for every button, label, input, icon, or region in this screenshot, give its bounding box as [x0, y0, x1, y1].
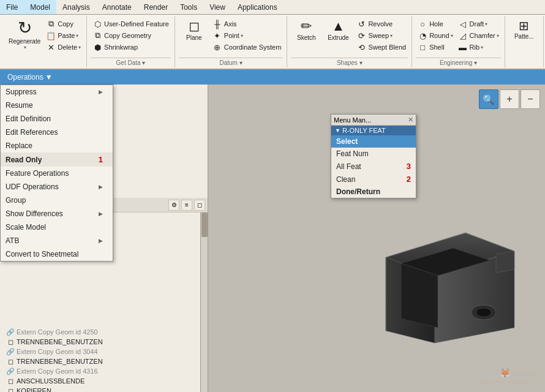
point-button[interactable]: ✦ Point ▾: [211, 30, 284, 41]
paste-button[interactable]: 📋 Paste ▾: [44, 30, 83, 41]
get-data-col: ⬡ User-Defined Feature ⧉ Copy Geometry ⬢…: [91, 18, 171, 53]
dropdown-item-suppress[interactable]: Suppress: [1, 85, 113, 99]
menu-mgr-item-all-feat[interactable]: All Feat3: [331, 160, 416, 173]
tree-item-icon: ◻: [6, 357, 15, 366]
tree-item-f4[interactable]: ◻TRENNEBENE_BENUTZEN: [1, 356, 206, 366]
left-panel: SuppressResumeEdit DefinitionEdit Refere…: [0, 85, 208, 392]
scrollbar-vertical[interactable]: [200, 213, 208, 392]
menu-mgr-item-select[interactable]: Select: [331, 135, 416, 148]
draft-button[interactable]: ◁ Draft ▾: [456, 18, 501, 29]
viewport-toolbar: 🔍 + −: [479, 89, 540, 109]
dropdown-item-edit-definition[interactable]: Edit Definition: [1, 112, 113, 126]
tree-item-f3[interactable]: 🔗Extern Copy Geom id 3044: [1, 347, 206, 356]
feature-tree[interactable]: 🔗Extern Copy Geom id 4250◻TRENNEBENE_BEN…: [0, 326, 208, 392]
point-icon: ✦: [212, 31, 222, 40]
ribbon: ↻ Regenerate ▾ ⧉ Copy 📋 Paste ▾ ✕: [0, 15, 545, 70]
dropdown-item-resume[interactable]: Resume: [1, 99, 113, 112]
dropdown-item-feature-operations[interactable]: Feature Operations: [1, 167, 113, 180]
pattern-inner: ⊞ Patte...: [509, 18, 539, 66]
delete-button[interactable]: ✕ Delete ▾: [44, 42, 83, 53]
dropdown-item-convert-to-sheetmetal[interactable]: Convert to Sheetmetal: [1, 247, 113, 261]
dropdown-item-replace[interactable]: Replace: [1, 139, 113, 153]
swept-blend-button[interactable]: ⟲ Swept Blend: [355, 42, 408, 53]
shrinkwrap-icon: ⬢: [92, 42, 102, 52]
tree-layout-icon[interactable]: ◻: [194, 200, 205, 211]
tree-item-f7[interactable]: ◻KOPIEREN: [1, 386, 206, 392]
dropdown-item-udf-operations[interactable]: UDF Operations: [1, 180, 113, 194]
axis-button[interactable]: ╫ Axis: [211, 18, 284, 29]
tree-menu-icon[interactable]: ≡: [181, 200, 192, 211]
menu-model[interactable]: Model: [24, 0, 56, 14]
hole-button[interactable]: ○ Hole: [416, 18, 454, 29]
eng-col1: ○ Hole ◔ Round ▾ □ Shell: [416, 18, 454, 53]
sweep-button[interactable]: ⟳ Sweep ▾: [355, 30, 408, 41]
tree-settings-icon[interactable]: ⚙: [168, 200, 179, 211]
operations-dropdown: SuppressResumeEdit DefinitionEdit Refere…: [0, 85, 113, 262]
menu-mgr-item-done-return[interactable]: Done/Return: [331, 186, 416, 198]
dropdown-item-read-only[interactable]: Read Only1: [1, 153, 113, 167]
menu-mgr-item-feat-num[interactable]: Feat Num: [331, 148, 416, 160]
dropdown-item-scale-model[interactable]: Scale Model: [1, 221, 113, 234]
menu-manager-submenu[interactable]: ▼ R-ONLY FEAT: [331, 126, 416, 135]
menu-mgr-item-clean[interactable]: Clean2: [331, 173, 416, 186]
tree-item-f6[interactable]: ◻ANSCHLUSSBLENDE: [1, 376, 206, 386]
sketch-button[interactable]: ✏ Sketch: [291, 18, 321, 55]
dropdown-item-edit-references[interactable]: Edit References: [1, 126, 113, 139]
copy-geom-icon: ⧉: [92, 31, 102, 40]
dropdown-item-atb[interactable]: ATB: [1, 234, 113, 247]
shell-button[interactable]: □ Shell: [416, 42, 454, 53]
menu-applications[interactable]: Applications: [231, 0, 284, 14]
shapes-col: ↺ Revolve ⟳ Sweep ▾ ⟲ Swept Blend: [355, 18, 408, 53]
ribbon-content: ↻ Regenerate ▾ ⧉ Copy 📋 Paste ▾ ✕: [0, 15, 545, 69]
shapes-label: Shapes ▾: [291, 58, 408, 66]
tree-item-f1[interactable]: 🔗Extern Copy Geom id 4250: [1, 327, 206, 337]
shell-icon: □: [418, 42, 427, 52]
copy-geometry-button[interactable]: ⧉ Copy Geometry: [91, 30, 171, 41]
coord-sys-label: Coordinate System: [224, 43, 282, 51]
coord-sys-icon: ⊕: [212, 42, 222, 52]
menu-manager-close[interactable]: ✕: [408, 116, 413, 124]
watermark: 🦊 野火论坛 www.proewildfire.cn: [479, 368, 539, 386]
pattern-label: Patte...: [514, 33, 534, 40]
chamfer-button[interactable]: ◿ Chamfer ▾: [456, 30, 501, 41]
pattern-icon: ⊞: [519, 20, 529, 32]
copy-icon: ⧉: [46, 19, 56, 29]
zoom-out-button[interactable]: −: [521, 89, 540, 109]
pattern-button[interactable]: ⊞ Patte...: [509, 18, 539, 55]
dropdown-item-group[interactable]: Group: [1, 194, 113, 207]
swept-blend-icon: ⟲: [356, 42, 366, 52]
user-defined-feature-button[interactable]: ⬡ User-Defined Feature: [91, 18, 171, 29]
copy-geom-label: Copy Geometry: [104, 32, 151, 39]
top-menu-bar: File Model Analysis Annotate Render Tool…: [0, 0, 545, 15]
tree-item-f5[interactable]: 🔗Extern Copy Geom id 4316: [1, 366, 206, 376]
rib-button[interactable]: ▬ Rib ▾: [456, 42, 501, 53]
plane-button[interactable]: ◻ Plane: [179, 18, 209, 55]
shrinkwrap-button[interactable]: ⬢ Shrinkwrap: [91, 42, 171, 53]
tree-item-icon: ◻: [6, 337, 15, 346]
menu-view[interactable]: View: [203, 0, 231, 14]
submenu-label: R-ONLY FEAT: [342, 127, 386, 134]
menu-annotate[interactable]: Annotate: [96, 0, 138, 14]
menu-render[interactable]: Render: [138, 0, 174, 14]
menu-analysis[interactable]: Analysis: [56, 0, 96, 14]
zoom-fit-button[interactable]: 🔍: [479, 89, 498, 109]
zoom-in-button[interactable]: +: [500, 89, 519, 109]
sketch-label: Sketch: [297, 34, 316, 41]
round-button[interactable]: ◔ Round ▾: [416, 30, 454, 41]
draft-icon: ◁: [458, 19, 468, 29]
revolve-button[interactable]: ↺ Revolve: [355, 18, 408, 29]
operations-button[interactable]: Operations ▼: [2, 72, 58, 83]
copy-button[interactable]: ⧉ Copy: [44, 18, 83, 29]
chamfer-icon: ◿: [458, 31, 468, 40]
menu-tools[interactable]: Tools: [174, 0, 203, 14]
plane-label: Plane: [186, 34, 202, 41]
udf-label: User-Defined Feature: [104, 20, 169, 28]
dropdown-item-show-differences[interactable]: Show Differences: [1, 207, 113, 221]
revolve-label: Revolve: [368, 20, 393, 28]
extrude-button[interactable]: ▲ Extrude: [323, 18, 353, 55]
coord-sys-button[interactable]: ⊕ Coordinate System: [211, 42, 284, 53]
regenerate-button[interactable]: ↻ Regenerate ▾: [6, 18, 43, 55]
menu-file[interactable]: File: [0, 0, 24, 14]
tree-item-f2[interactable]: ◻TRENNEBENE_BENUTZEN: [1, 337, 206, 347]
sketch-icon: ✏: [301, 20, 312, 33]
